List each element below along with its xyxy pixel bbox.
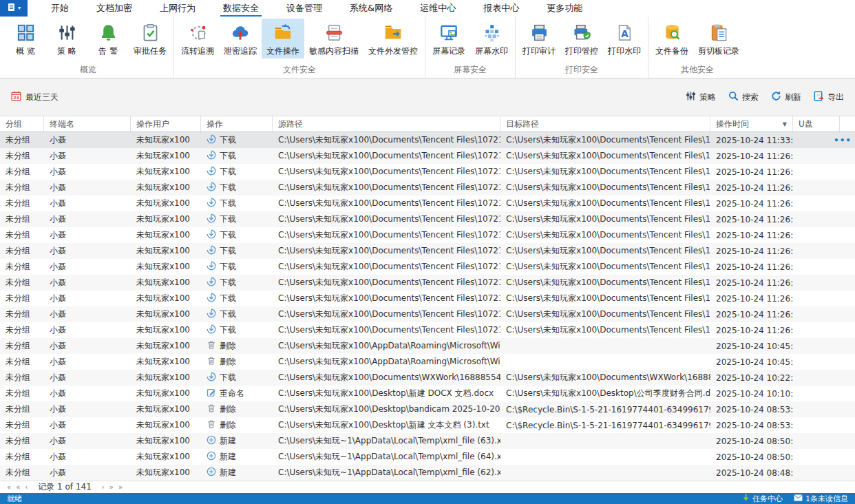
menu-tab-1[interactable]: 文档加密 (83, 0, 146, 17)
cell-operation: 新建 (201, 467, 273, 479)
export-icon (814, 91, 824, 103)
table-row[interactable]: 未分组小聂未知玩家x100下载C:\Users\未知玩家x100\Documen… (0, 291, 855, 306)
cell-terminal: 小聂 (44, 182, 131, 193)
cell-source-path: C:\Users\未知玩家x100\Documents\Tencent File… (273, 229, 500, 241)
menu-tab-2[interactable]: 上网行为 (146, 0, 209, 17)
table-row[interactable]: 未分组小聂未知玩家x100下载C:\Users\未知玩家x100\Documen… (0, 243, 855, 259)
table-row[interactable]: 未分组小聂未知玩家x100新建C:\Users\未知玩~1\AppData\Lo… (0, 433, 855, 449)
table-row[interactable]: 未分组小聂未知玩家x100下载C:\Users\未知玩家x100\Documen… (0, 180, 855, 196)
table-row[interactable]: 未分组小聂未知玩家x100重命名C:\Users\未知玩家x100\Deskto… (0, 386, 855, 401)
ribbon-button-cloud-leak[interactable]: 泄密追踪 (219, 19, 262, 59)
trash-icon (207, 419, 216, 431)
table-row[interactable]: 未分组小聂未知玩家x100下载C:\Users\未知玩家x100\Documen… (0, 275, 855, 291)
ribbon-button-printer-shield[interactable]: 打印管控 (560, 19, 603, 59)
menu-tab-6[interactable]: 运维中心 (406, 0, 469, 17)
toolbar-refresh-button[interactable]: 刷新 (771, 91, 801, 103)
ribbon-button-printer[interactable]: 打印审计 (518, 19, 560, 59)
menu-tab-0[interactable]: 开始 (37, 0, 83, 17)
table-row[interactable]: 未分组小聂未知玩家x100删除C:\Users\未知玩家x100\AppData… (0, 354, 855, 370)
ribbon-button-clipboard-check[interactable]: 审批任务 (129, 19, 171, 59)
unread-messages-button[interactable]: 1条未读信息 (794, 494, 848, 504)
ribbon-button-clipboard-doc[interactable]: 剪切板记录 (693, 19, 744, 59)
first-page-button[interactable]: « (7, 484, 11, 491)
ribbon-button-folder-out[interactable]: 文件外发管控 (363, 19, 423, 59)
toolbar-sliders-small-button[interactable]: 策略 (686, 91, 716, 103)
cell-group: 未分组 (0, 277, 44, 288)
trash-icon (207, 356, 216, 368)
cell-user: 未知玩家x100 (131, 277, 201, 288)
sort-arrow-icon[interactable]: ▼ (783, 121, 787, 127)
ribbon: 概 览策 略告 警审批任务概览流转追溯泄密追踪文件操作敏感内容扫描文件外发管控文… (0, 17, 855, 78)
ribbon-button-screen-watermark[interactable]: 屏幕水印 (470, 19, 513, 59)
date-range-filter[interactable]: 23 最近三天 (11, 91, 59, 103)
column-header-1[interactable]: 终端名 (44, 116, 131, 132)
column-header-4[interactable]: 源路径 (273, 116, 500, 132)
app-menu-button[interactable]: ▾ (0, 0, 28, 17)
next-page-button[interactable]: › (102, 484, 105, 491)
column-header-0[interactable]: 分组 (0, 116, 44, 132)
cell-terminal: 小聂 (44, 229, 131, 241)
table-row[interactable]: 未分组小聂未知玩家x100下载C:\Users\未知玩家x100\Documen… (0, 196, 855, 211)
menu-tab-7[interactable]: 报表中心 (469, 0, 533, 17)
menu-tab-5[interactable]: 系统&网络 (336, 0, 406, 17)
table-row[interactable]: 未分组小聂未知玩家x100下载C:\Users\未知玩家x100\Documen… (0, 322, 855, 338)
table-row[interactable]: 未分组小聂未知玩家x100下载C:\Users\未知玩家x100\Documen… (0, 148, 855, 164)
table-row[interactable]: 未分组小聂未知玩家x100删除C:\Users\未知玩家x100\Desktop… (0, 417, 855, 433)
task-center-button[interactable]: 任务中心 (742, 494, 783, 504)
ribbon-button-doc-a[interactable]: A打印水印 (603, 19, 646, 59)
table-row[interactable]: 未分组小聂未知玩家x100下载C:\Users\未知玩家x100\Documen… (0, 164, 855, 180)
ribbon-group-title: 其他安全 (651, 63, 744, 78)
menu-tab-3[interactable]: 数据安全 (209, 0, 273, 17)
record-count-label: 记录 1 of 141 (38, 481, 92, 493)
cell-group: 未分组 (0, 388, 44, 399)
ribbon-button-db-search[interactable]: 文件备份 (651, 19, 693, 59)
ribbon-button-trace-cycle[interactable]: 流转追溯 (176, 19, 219, 59)
table-row[interactable]: 未分组小聂未知玩家x100删除C:\Users\未知玩家x100\Desktop… (0, 401, 855, 417)
table-row[interactable]: 未分组小聂未知玩家x100下载C:\Users\未知玩家x100\Documen… (0, 211, 855, 227)
table-row[interactable]: 未分组小聂未知玩家x100下载C:\Users\未知玩家x100\Documen… (0, 259, 855, 275)
cell-target-path: C:\Users\未知玩家x100\Documents\Tencent File… (500, 229, 710, 241)
table-row[interactable]: 未分组小聂未知玩家x100下载C:\Users\未知玩家x100\Documen… (0, 132, 855, 148)
download-icon (207, 308, 216, 320)
ribbon-button-sliders[interactable]: 策 略 (46, 19, 87, 59)
toolbar-export-button[interactable]: 导出 (814, 91, 844, 103)
toolbar-search-button[interactable]: 搜索 (728, 91, 759, 103)
column-header-5[interactable]: 目标路径 (500, 116, 710, 132)
cell-time: 2025-10-24 08:53:31 (710, 405, 793, 414)
prev-page-button[interactable]: ‹ (25, 484, 28, 491)
app-logo-icon (7, 3, 16, 14)
ribbon-button-bell[interactable]: 告 警 (87, 19, 129, 59)
column-header-6[interactable]: 操作时间▼ (710, 116, 793, 132)
cell-time: 2025-10-24 11:33:10 (710, 136, 793, 145)
table-row[interactable]: 未分组小聂未知玩家x100新建C:\Users\未知玩~1\AppData\Lo… (0, 465, 855, 481)
fast-forward-button[interactable]: » (109, 484, 114, 491)
column-header-7[interactable]: U盘 (793, 116, 840, 132)
cloud-leak-icon (229, 21, 252, 43)
ribbon-button-screen-record[interactable]: 屏幕记录 (427, 19, 470, 59)
ribbon-button-folder-action[interactable]: 文件操作 (262, 19, 304, 59)
table-row[interactable]: 未分组小聂未知玩家x100下载C:\Users\未知玩家x100\Documen… (0, 370, 855, 386)
row-actions-menu[interactable]: ••• (834, 132, 852, 148)
column-header-3[interactable]: 操作 (201, 116, 273, 132)
table-row[interactable]: 未分组小聂未知玩家x100新建C:\Users\未知玩~1\AppData\Lo… (0, 449, 855, 465)
table-row[interactable]: 未分组小聂未知玩家x100下载C:\Users\未知玩家x100\Documen… (0, 227, 855, 243)
cell-user: 未知玩家x100 (131, 150, 201, 162)
toolbar-button-label: 策略 (699, 92, 716, 103)
menu-tab-8[interactable]: 更多功能 (533, 0, 596, 17)
cell-operation: 下载 (201, 261, 273, 273)
table-row[interactable]: 未分组小聂未知玩家x100删除C:\Users\未知玩家x100\AppData… (0, 338, 855, 354)
cell-time: 2025-10-24 11:26:17 (710, 167, 793, 177)
column-header-2[interactable]: 操作用户 (131, 116, 201, 132)
table-row[interactable]: 未分组小聂未知玩家x100下载C:\Users\未知玩家x100\Documen… (0, 306, 855, 322)
cell-operation: 下载 (201, 229, 273, 241)
ribbon-button-doc-scan[interactable]: 敏感内容扫描 (304, 19, 363, 59)
cell-time: 2025-10-24 11:26:17 (710, 199, 793, 209)
ribbon-button-grid[interactable]: 概 览 (5, 19, 46, 59)
last-page-button[interactable]: » (118, 484, 123, 491)
cell-operation: 下载 (201, 198, 273, 209)
fast-back-button[interactable]: « (16, 484, 20, 491)
menu-tab-4[interactable]: 设备管理 (273, 0, 336, 17)
cell-group: 未分组 (0, 213, 44, 225)
cell-terminal: 小聂 (44, 451, 131, 463)
cell-time: 2025-10-24 11:26:17 (710, 262, 793, 272)
